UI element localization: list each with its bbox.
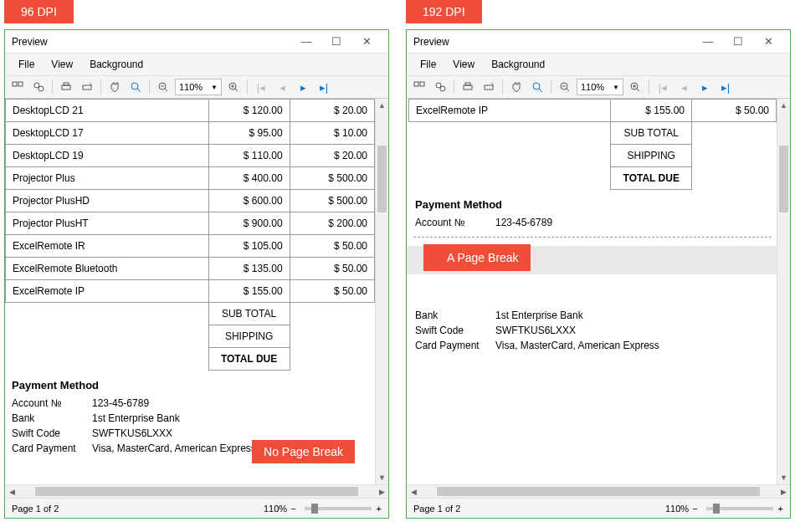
table-row: Projector Plus$ 400.00$ 500.00: [6, 167, 375, 190]
zoom-minus-button[interactable]: −: [290, 504, 295, 514]
menu-background[interactable]: Background: [83, 57, 150, 72]
scroll-up-icon[interactable]: ▲: [777, 99, 790, 112]
zoom-plus-button[interactable]: +: [377, 504, 382, 514]
menu-view[interactable]: View: [446, 57, 481, 72]
svg-line-11: [165, 89, 167, 91]
kv-swift: Swift CodeSWFTKUS6LXXX: [10, 426, 370, 441]
svg-rect-16: [414, 82, 418, 86]
horizontal-scrollbar[interactable]: ◀ ▶: [5, 484, 388, 498]
zoom-select[interactable]: 110%▼: [175, 79, 222, 95]
menu-view[interactable]: View: [44, 57, 80, 72]
subtotal-label: SUB TOTAL: [611, 122, 692, 145]
zoom-plus-button[interactable]: +: [778, 504, 783, 514]
close-button[interactable]: ✕: [753, 31, 783, 53]
hand-tool-icon[interactable]: [507, 79, 526, 95]
subtotal-label: SUB TOTAL: [208, 303, 290, 325]
titlebar: Preview — ☐ ✕: [5, 30, 388, 54]
horizontal-scrollbar[interactable]: ◀ ▶: [407, 484, 790, 498]
kv-swift: Swift CodeSWFTKUS6LXXX: [413, 323, 772, 338]
menu-file[interactable]: File: [12, 57, 41, 72]
table-row: ExcelRemote IR$ 105.00$ 50.00: [6, 235, 375, 258]
zoom-in-icon[interactable]: [224, 79, 243, 95]
table-row: DesktopLCD 17$ 95.00$ 10.00: [6, 122, 375, 145]
totaldue-label: TOTAL DUE: [611, 167, 692, 190]
thumbnails-icon[interactable]: [8, 79, 27, 95]
zoom-status: 110%: [665, 504, 689, 514]
svg-point-19: [440, 86, 445, 91]
shipping-label: SHIPPING: [611, 145, 692, 167]
payment-method-header: Payment Method: [413, 190, 772, 215]
next-page-icon[interactable]: ▸: [695, 79, 714, 95]
print-icon[interactable]: [57, 79, 75, 95]
arrow-left-icon: [427, 249, 440, 266]
zoom-slider[interactable]: [706, 507, 773, 510]
table-row: DesktopLCD 19$ 110.00$ 20.00: [6, 145, 375, 167]
vertical-scrollbar[interactable]: ▲ ▼: [375, 99, 388, 484]
scroll-right-icon[interactable]: ▶: [375, 488, 388, 496]
zoom-minus-button[interactable]: −: [692, 504, 697, 514]
scroll-up-icon[interactable]: ▲: [376, 99, 388, 112]
scroll-right-icon[interactable]: ▶: [777, 488, 790, 496]
scroll-down-icon[interactable]: ▼: [777, 471, 790, 484]
search-icon[interactable]: [431, 79, 449, 95]
next-page-icon[interactable]: ▸: [294, 79, 312, 95]
svg-rect-1: [18, 82, 23, 86]
zoom-in-icon[interactable]: [626, 79, 644, 95]
scroll-left-icon[interactable]: ◀: [5, 488, 18, 496]
menu-background[interactable]: Background: [485, 57, 551, 72]
window-title: Preview: [12, 36, 291, 48]
page-break-band: A Page Break: [407, 246, 777, 274]
menu-bar: File View Background: [407, 54, 790, 76]
menu-file[interactable]: File: [413, 57, 443, 72]
last-page-icon[interactable]: ▸|: [315, 79, 333, 95]
svg-line-27: [567, 89, 569, 91]
scroll-down-icon[interactable]: ▼: [376, 471, 388, 484]
quick-print-icon[interactable]: [78, 79, 96, 95]
svg-rect-6: [83, 85, 91, 90]
magnifier-icon[interactable]: [528, 79, 546, 95]
scroll-left-icon[interactable]: ◀: [407, 488, 420, 496]
svg-line-15: [235, 89, 238, 91]
preview-window-96: Preview — ☐ ✕ File View Background: [4, 29, 389, 519]
a-page-break-callout: A Page Break: [423, 244, 531, 271]
vertical-scrollbar[interactable]: ▲ ▼: [777, 99, 790, 484]
svg-point-7: [131, 83, 138, 90]
no-page-break-callout: No Page Break: [252, 440, 355, 463]
zoom-select[interactable]: 110%▼: [577, 79, 623, 95]
table-row: DesktopLCD 21$ 120.00$ 20.00: [6, 100, 375, 122]
prev-page-icon[interactable]: ◂: [273, 79, 291, 95]
hand-tool-icon[interactable]: [105, 79, 124, 95]
minimize-button[interactable]: —: [693, 31, 723, 53]
last-page-icon[interactable]: ▸|: [716, 79, 735, 95]
thumbnails-icon[interactable]: [410, 79, 428, 95]
document-viewport[interactable]: DesktopLCD 21$ 120.00$ 20.00DesktopLCD 1…: [5, 99, 375, 484]
items-table: ExcelRemote IP$ 155.00$ 50.00 SUB TOTAL …: [408, 99, 777, 190]
prev-page-icon[interactable]: ◂: [674, 79, 693, 95]
payment-method-header: Payment Method: [10, 371, 370, 396]
print-icon[interactable]: [459, 79, 477, 95]
maximize-button[interactable]: ☐: [321, 31, 351, 53]
svg-rect-20: [464, 85, 472, 90]
table-row: ExcelRemote Bluetooth$ 135.00$ 50.00: [6, 258, 375, 280]
svg-point-3: [38, 86, 44, 91]
zoom-slider[interactable]: [305, 507, 372, 510]
preview-window-192: Preview — ☐ ✕ File View Background: [406, 29, 791, 519]
page-status: Page 1 of 2: [413, 504, 665, 514]
svg-rect-4: [62, 85, 70, 90]
maximize-button[interactable]: ☐: [723, 31, 753, 53]
document-viewport[interactable]: ExcelRemote IP$ 155.00$ 50.00 SUB TOTAL …: [407, 99, 777, 484]
svg-point-23: [533, 83, 540, 90]
table-row: ExcelRemote IP$ 155.00$ 50.00: [409, 100, 777, 122]
magnifier-icon[interactable]: [126, 79, 145, 95]
kv-bank: Bank1st Enterprise Bank: [413, 308, 772, 323]
table-row: Projector PlusHD$ 600.00$ 500.00: [6, 190, 375, 212]
page-status: Page 1 of 2: [12, 504, 264, 514]
first-page-icon[interactable]: |◂: [252, 79, 270, 95]
first-page-icon[interactable]: |◂: [654, 79, 672, 95]
close-button[interactable]: ✕: [351, 31, 382, 53]
search-icon[interactable]: [29, 79, 48, 95]
minimize-button[interactable]: —: [291, 31, 321, 53]
zoom-out-icon[interactable]: [556, 79, 574, 95]
quick-print-icon[interactable]: [480, 79, 498, 95]
zoom-out-icon[interactable]: [154, 79, 172, 95]
